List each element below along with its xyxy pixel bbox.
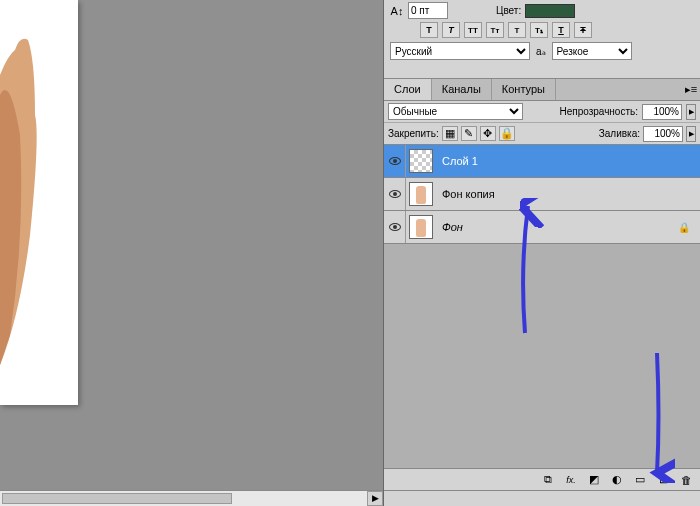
- link-layers-button[interactable]: ⧉: [538, 471, 558, 488]
- panels-column: A↕ Цвет: T T TT Tт T T₁ T Ŧ Русский aₐ Р…: [383, 0, 700, 506]
- layer-fx-button[interactable]: fx.: [561, 471, 581, 488]
- text-style-buttons: T T TT Tт T T₁ T Ŧ: [420, 22, 694, 38]
- document-canvas[interactable]: [0, 0, 78, 405]
- layer-thumbnail[interactable]: [409, 182, 433, 206]
- subscript-button[interactable]: T₁: [530, 22, 548, 38]
- fill-label: Заливка:: [599, 128, 640, 139]
- baseline-shift-icon: A↕: [390, 4, 404, 18]
- all-caps-button[interactable]: TT: [464, 22, 482, 38]
- opacity-input[interactable]: [642, 104, 682, 120]
- tab-layers[interactable]: Слои: [384, 79, 432, 100]
- text-color-swatch[interactable]: [525, 4, 575, 18]
- adjustment-layer-button[interactable]: ◐: [607, 471, 627, 488]
- scrollbar-thumb[interactable]: [2, 493, 232, 504]
- color-label: Цвет:: [496, 5, 521, 16]
- panel-status-bar: [384, 490, 700, 506]
- visibility-toggle[interactable]: [384, 145, 406, 177]
- small-caps-button[interactable]: Tт: [486, 22, 504, 38]
- delete-layer-button[interactable]: 🗑: [676, 471, 696, 488]
- superscript-button[interactable]: T: [508, 22, 526, 38]
- visibility-toggle[interactable]: [384, 178, 406, 210]
- lock-pixels-button[interactable]: ✎: [461, 126, 477, 141]
- lock-position-button[interactable]: ✥: [480, 126, 496, 141]
- underline-button[interactable]: T: [552, 22, 570, 38]
- layer-name[interactable]: Слой 1: [436, 155, 478, 167]
- eye-icon: [389, 223, 401, 231]
- strikethrough-button[interactable]: Ŧ: [574, 22, 592, 38]
- eye-icon: [389, 157, 401, 165]
- faux-bold-button[interactable]: T: [420, 22, 438, 38]
- opacity-flyout-arrow[interactable]: ▶: [686, 104, 696, 120]
- add-mask-button[interactable]: ◩: [584, 471, 604, 488]
- eye-icon: [389, 190, 401, 198]
- new-group-button[interactable]: ▭: [630, 471, 650, 488]
- layer-list: Слой 1 Фон копия Фон 🔒: [384, 145, 700, 468]
- layers-bottom-bar: ⧉ fx. ◩ ◐ ▭ ⊡ 🗑: [384, 468, 700, 490]
- scroll-right-arrow[interactable]: ▶: [367, 491, 383, 506]
- opacity-label: Непрозрачность:: [559, 106, 638, 117]
- lock-label: Закрепить:: [388, 128, 439, 139]
- character-panel: A↕ Цвет: T T TT Tт T T₁ T Ŧ Русский aₐ Р…: [384, 0, 700, 79]
- lock-transparency-button[interactable]: ▦: [442, 126, 458, 141]
- antialias-icon: aₐ: [536, 46, 546, 57]
- fill-input[interactable]: [643, 126, 683, 142]
- tab-channels[interactable]: Каналы: [432, 79, 492, 100]
- fill-flyout-arrow[interactable]: ▶: [686, 126, 696, 142]
- horizontal-scrollbar[interactable]: ▶: [0, 490, 383, 506]
- canvas-area[interactable]: ▶: [0, 0, 383, 506]
- new-layer-button[interactable]: ⊡: [653, 471, 673, 488]
- faux-italic-button[interactable]: T: [442, 22, 460, 38]
- panel-tabs: Слои Каналы Контуры ▸≡: [384, 79, 700, 101]
- hand-image: [0, 35, 60, 365]
- tab-paths[interactable]: Контуры: [492, 79, 556, 100]
- layer-row[interactable]: Слой 1: [384, 145, 700, 178]
- visibility-toggle[interactable]: [384, 211, 406, 243]
- layer-thumbnail[interactable]: [409, 149, 433, 173]
- baseline-shift-input[interactable]: [408, 2, 448, 19]
- antialias-select[interactable]: Резкое: [552, 42, 632, 60]
- lock-row: Закрепить: ▦ ✎ ✥ 🔒 Заливка: ▶: [384, 123, 700, 145]
- layer-thumbnail[interactable]: [409, 215, 433, 239]
- lock-all-button[interactable]: 🔒: [499, 126, 515, 141]
- language-select[interactable]: Русский: [390, 42, 530, 60]
- layer-row[interactable]: Фон 🔒: [384, 211, 700, 244]
- layer-name[interactable]: Фон: [436, 221, 463, 233]
- lock-icon: 🔒: [678, 222, 690, 233]
- panel-menu-icon[interactable]: ▸≡: [682, 79, 700, 100]
- layer-name[interactable]: Фон копия: [436, 188, 495, 200]
- layers-panel: Слои Каналы Контуры ▸≡ Обычные Непрозрач…: [384, 79, 700, 490]
- blend-mode-select[interactable]: Обычные: [388, 103, 523, 120]
- layer-options-row: Обычные Непрозрачность: ▶: [384, 101, 700, 123]
- layer-row[interactable]: Фон копия: [384, 178, 700, 211]
